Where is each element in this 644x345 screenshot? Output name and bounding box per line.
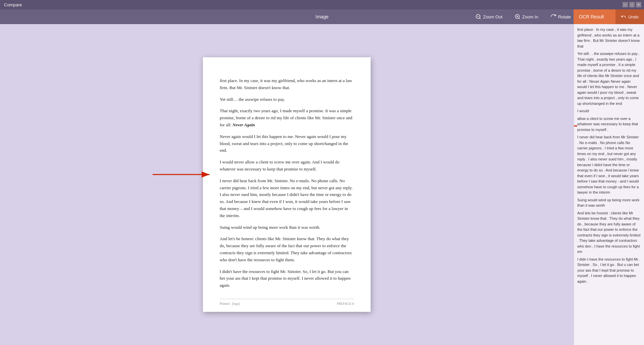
zoom-in-icon xyxy=(515,14,521,20)
doc-footer: Printed [logo] PREFACE 8 xyxy=(220,299,354,306)
annotation-arrow-left xyxy=(149,161,216,188)
zoom-out-button[interactable]: Zoom Out xyxy=(473,12,505,21)
main-content: first place. In my case, it was my girlf… xyxy=(0,24,644,345)
rotate-button[interactable]: Rotate xyxy=(548,12,574,21)
doc-paragraph-8: And let's be honest: clients like Mr. Si… xyxy=(220,235,354,263)
window-controls: — □ ✕ xyxy=(623,2,641,7)
toolbar-right-group: OCR Result Undo xyxy=(615,9,644,24)
svg-line-1 xyxy=(480,18,481,19)
zoom-out-label: Zoom Out xyxy=(483,14,502,19)
ocr-arrow-section: allow a client to screw me over a whatev… xyxy=(577,116,641,133)
toolbar-actions: Zoom Out Zoom In Rotate xyxy=(473,12,574,21)
doc-paragraph-3: That night, exactly two years ago, I mad… xyxy=(220,108,354,128)
doc-bold-italic: Never Again xyxy=(232,122,255,127)
zoom-out-icon xyxy=(475,14,481,20)
image-panel[interactable]: first place. In my case, it was my girlf… xyxy=(0,24,574,345)
ocr-result-panel[interactable]: first place . In my case , it was my gir… xyxy=(574,24,644,345)
toolbar: Image Zoom Out Zoom In Rotate OCR Result xyxy=(0,9,644,24)
ocr-text-wrapper: first place . In my case , it was my gir… xyxy=(577,27,641,284)
undo-icon xyxy=(621,14,626,19)
undo-label: Undo xyxy=(628,14,639,19)
toolbar-image-label: Image xyxy=(316,14,329,19)
title-bar: Compare — □ ✕ xyxy=(0,0,644,9)
doc-paragraph-5: I would never allow a client to screw me… xyxy=(220,159,354,173)
maximize-button[interactable]: □ xyxy=(629,2,635,7)
zoom-in-label: Zoom In xyxy=(522,14,538,19)
undo-button[interactable]: Undo xyxy=(615,9,644,24)
ocr-text-block-5: I never did hear back from Mr Sinister .… xyxy=(577,134,641,195)
doc-paragraph-7: Suing would wind up being more work than… xyxy=(220,224,354,231)
ocr-text-block-6: Suing would wind up being more work than… xyxy=(577,197,641,208)
ocr-text-block-3: I would xyxy=(577,108,641,114)
zoom-in-button[interactable]: Zoom In xyxy=(512,12,541,21)
doc-footer-left: Printed [logo] xyxy=(220,301,240,306)
doc-footer-right: PREFACE 8 xyxy=(337,301,354,306)
ocr-text-block-8: I didn t have the resources to fight Mr … xyxy=(577,257,641,284)
rotate-label: Rotate xyxy=(558,14,571,19)
close-button[interactable]: ✕ xyxy=(636,2,641,7)
svg-line-4 xyxy=(519,18,520,19)
ocr-result-label: OCR Result xyxy=(579,14,604,19)
rotate-icon xyxy=(550,14,556,20)
ocr-text-block-4: allow a client to screw me over a whatev… xyxy=(577,116,641,133)
ocr-text-block-1: first place . In my case , it was my gir… xyxy=(577,27,641,49)
app-title: Compare xyxy=(4,2,22,7)
doc-paragraph-1: first place. In my case, it was my girlf… xyxy=(220,77,354,91)
ocr-text-block-7: And lets be honest : clients like Mr Sin… xyxy=(577,210,641,255)
doc-paragraph-4: Never again would I let this happen to m… xyxy=(220,133,354,154)
ocr-text-block-2: Yet still . . the asswipe refuses to pay… xyxy=(577,51,641,106)
minimize-button[interactable]: — xyxy=(623,2,628,7)
document-page: first place. In my case, it was my girlf… xyxy=(203,57,371,312)
doc-paragraph-2: Yet still… the asswipe refuses to pay. xyxy=(220,96,354,103)
doc-paragraph-6: I never did hear back from Mr. Sinister.… xyxy=(220,178,354,219)
doc-paragraph-9: I didn't have the resources to fight Mr.… xyxy=(220,268,354,289)
